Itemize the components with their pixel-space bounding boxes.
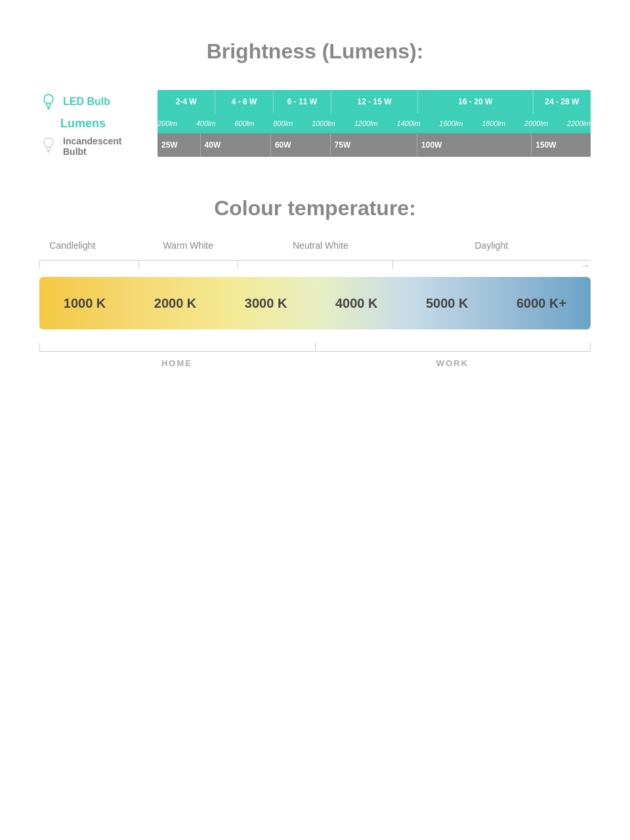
svg-point-0 bbox=[44, 94, 53, 104]
led-label-text: LED Bulb bbox=[63, 96, 110, 108]
watt-seg-5: 16 - 20 W bbox=[418, 90, 534, 114]
bracket-neutral-left bbox=[238, 260, 392, 269]
led-row: LED Bulb 2-4 W 4 - 6 W 6 - 11 W 12 - 15 … bbox=[39, 90, 591, 114]
watt-segments: 2-4 W 4 - 6 W 6 - 11 W 12 - 15 W 16 - 20… bbox=[158, 90, 591, 114]
k-3000: 3000 K bbox=[245, 296, 287, 311]
label-candlelight: Candlelight bbox=[49, 240, 95, 251]
lm-2000: 2000lm bbox=[524, 119, 548, 127]
colour-temp-section: Colour temperature: Candlelight Warm Whi… bbox=[39, 196, 591, 368]
led-label: LED Bulb bbox=[39, 93, 158, 111]
label-daylight: Daylight bbox=[475, 240, 509, 251]
bracket-work-right bbox=[315, 343, 591, 352]
incan-segments: 25W 40W 60W 75W 100W 150W bbox=[158, 133, 591, 157]
brightness-title: Brightness (Lumens): bbox=[39, 39, 591, 64]
incan-150w: 150W bbox=[532, 133, 591, 157]
label-neutral-white: Neutral White bbox=[293, 240, 348, 251]
lumens-bar-area: 200lm 400lm 600lm 800lm 1000lm 1200lm 14… bbox=[158, 114, 591, 133]
lumens-label-text: Lumens bbox=[39, 117, 106, 131]
watt-seg-3: 6 - 11 W bbox=[274, 90, 331, 114]
colour-temp-title: Colour temperature: bbox=[39, 196, 591, 220]
svg-point-3 bbox=[44, 138, 53, 147]
lm-400: 400lm bbox=[196, 119, 216, 127]
bracket-daylight-left bbox=[392, 260, 591, 269]
lm-1800: 1800lm bbox=[482, 119, 505, 127]
lm-1400: 1400lm bbox=[397, 119, 421, 127]
lm-800: 800lm bbox=[273, 119, 293, 127]
watt-seg-1: 2-4 W bbox=[158, 90, 215, 114]
k-4000: 4000 K bbox=[335, 296, 378, 311]
lm-1000: 1000lm bbox=[312, 119, 335, 127]
led-bar-area: 2-4 W 4 - 6 W 6 - 11 W 12 - 15 W 16 - 20… bbox=[158, 90, 591, 114]
watt-seg-4: 12 - 15 W bbox=[331, 90, 418, 114]
lm-200: 200lm bbox=[158, 119, 177, 127]
incan-bar: 25W 40W 60W 75W 100W 150W bbox=[158, 133, 591, 157]
lm-1200: 1200lm bbox=[354, 119, 378, 127]
lumens-row: Lumens 200lm 400lm 600lm 800lm 1000lm 12… bbox=[39, 114, 591, 133]
brightness-chart: LED Bulb 2-4 W 4 - 6 W 6 - 11 W 12 - 15 … bbox=[39, 90, 591, 157]
bottom-brackets bbox=[39, 343, 591, 354]
incan-bar-area: 25W 40W 60W 75W 100W 150W bbox=[158, 133, 591, 157]
bracket-warm-left bbox=[138, 260, 238, 269]
temp-top-labels: Candlelight Warm White Neutral White Day… bbox=[39, 240, 591, 259]
home-label: HOME bbox=[161, 358, 192, 368]
led-bulb-icon bbox=[39, 93, 58, 111]
lm-1600: 1600lm bbox=[439, 119, 463, 127]
incan-100w: 100W bbox=[417, 133, 532, 157]
bracket-home-left bbox=[39, 343, 315, 352]
incan-75w: 75W bbox=[331, 133, 417, 157]
incan-label-text: IncandescentBulbt bbox=[63, 136, 121, 157]
k-2000: 2000 K bbox=[154, 296, 197, 311]
lm-2200: 2200lm bbox=[567, 119, 591, 127]
lumens-row-label: Lumens bbox=[39, 117, 158, 131]
lumen-labels: 200lm 400lm 600lm 800lm 1000lm 1200lm 14… bbox=[158, 119, 591, 127]
colour-gradient-bar: 1000 K 2000 K 3000 K 4000 K 5000 K 6000 … bbox=[39, 277, 591, 329]
led-watt-bar: 2-4 W 4 - 6 W 6 - 11 W 12 - 15 W 16 - 20… bbox=[158, 90, 591, 114]
work-label: WORK bbox=[436, 358, 469, 368]
home-work-row: HOME WORK bbox=[39, 358, 591, 368]
watt-seg-6: 24 - 28 W bbox=[534, 90, 591, 114]
watt-seg-2: 4 - 6 W bbox=[215, 90, 273, 114]
incan-25w: 25W bbox=[158, 133, 201, 157]
bracket-candlelight-left bbox=[39, 260, 138, 269]
incan-60w: 60W bbox=[271, 133, 331, 157]
brightness-section: Brightness (Lumens): LED Bulb bbox=[39, 39, 591, 157]
label-warm-white: Warm White bbox=[163, 240, 213, 251]
k-1000: 1000 K bbox=[64, 296, 106, 311]
incan-label: IncandescentBulbt bbox=[39, 133, 158, 157]
incan-row: IncandescentBulbt 25W 40W 60W 75W 100W 1… bbox=[39, 133, 591, 157]
k-6000: 6000 K+ bbox=[516, 296, 566, 311]
incan-40w: 40W bbox=[201, 133, 271, 157]
k-5000: 5000 K bbox=[426, 296, 469, 311]
lm-600: 600lm bbox=[234, 119, 254, 127]
top-brackets: → bbox=[39, 260, 591, 272]
daylight-arrow: → bbox=[580, 260, 591, 272]
lumens-middle-bar: 200lm 400lm 600lm 800lm 1000lm 1200lm 14… bbox=[158, 114, 591, 133]
incan-bulb-icon bbox=[39, 136, 58, 154]
